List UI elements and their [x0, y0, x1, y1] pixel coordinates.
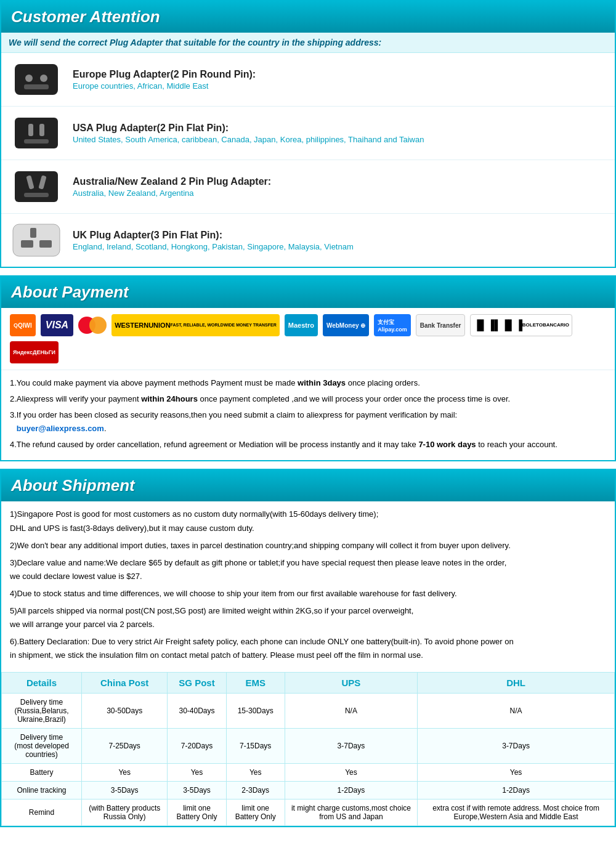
- table-header-details: Details: [2, 673, 82, 694]
- plug-name-australia: Australia/New Zealand 2 Pin Plug Adapter…: [73, 176, 271, 187]
- svg-rect-4: [15, 118, 58, 148]
- svg-rect-13: [30, 228, 36, 238]
- shipment-section: About Shipment 1)Singapore Post is good …: [0, 469, 616, 827]
- svg-rect-8: [15, 171, 58, 202]
- table-cell-r0-c0: Delivery time (Russia,Belarus, Ukraine,B…: [2, 694, 82, 729]
- shipment-title: About Shipment: [11, 476, 135, 495]
- table-cell-r3-c0: Online tracking: [2, 782, 82, 799]
- shipment-note-2: 2)We don't bear any additional import du…: [10, 539, 606, 552]
- plug-icon-australia: [9, 165, 64, 208]
- plug-item-australia: Australia/New Zealand 2 Pin Plug Adapter…: [1, 160, 615, 214]
- qiwi-logo: Q QIWI: [10, 314, 36, 336]
- plug-item-uk: UK Plug Adapter(3 Pin Flat Pin): England…: [1, 214, 615, 267]
- plug-name-usa: USA Plug Adapter(2 Pin Flat Pin):: [73, 123, 424, 134]
- shipment-header: About Shipment: [1, 470, 615, 501]
- customer-attention-title: Customer Attention: [11, 7, 160, 26]
- table-cell-r2-c5: Yes: [418, 764, 615, 782]
- plug-list: Europe Plug Adapter(2 Pin Round Pin): Eu…: [1, 53, 615, 267]
- plug-countries-australia: Australia, New Zealand, Argentina: [73, 188, 271, 198]
- table-header-ems: EMS: [226, 673, 285, 694]
- plug-icon-usa: [9, 111, 64, 155]
- table-row: Delivery time (Russia,Belarus, Ukraine,B…: [2, 694, 615, 729]
- plug-item-europe: Europe Plug Adapter(2 Pin Round Pin): Eu…: [1, 53, 615, 107]
- table-cell-r4-c0: Remind: [2, 799, 82, 826]
- table-header-dhl: DHL: [418, 673, 615, 694]
- table-row: Remind(with Battery products Russia Only…: [2, 799, 615, 826]
- shipment-note-3: 3)Declare value and name:We declare $65 …: [10, 556, 606, 583]
- plug-icon-europe: [9, 58, 64, 101]
- bank-transfer-logo: Bank Transfer: [416, 314, 466, 336]
- plug-notice: We will send the correct Plug Adapter th…: [1, 33, 615, 53]
- customer-attention-header: Customer Attention: [1, 1, 615, 33]
- shipping-table: DetailsChina PostSG PostEMSUPSDHLDeliver…: [1, 672, 615, 826]
- table-cell-r3-c1: 3-5Days: [82, 782, 168, 799]
- table-cell-r1-c3: 7-15Days: [226, 729, 285, 764]
- svg-rect-12: [13, 224, 60, 256]
- table-header-sg-post: SG Post: [168, 673, 226, 694]
- table-cell-r2-c3: Yes: [226, 764, 285, 782]
- table-cell-r2-c4: Yes: [285, 764, 417, 782]
- plug-item-usa: USA Plug Adapter(2 Pin Flat Pin): United…: [1, 107, 615, 160]
- shipment-notes: 1)Singapore Post is good for most custom…: [1, 501, 615, 672]
- shipment-note-1: 1)Singapore Post is good for most custom…: [10, 508, 606, 535]
- table-cell-r3-c3: 2-3Days: [226, 782, 285, 799]
- payment-section: About Payment Q QIWI VISA WESTERN UNION …: [0, 275, 616, 461]
- table-cell-r3-c4: 1-2Days: [285, 782, 417, 799]
- plug-info-usa: USA Plug Adapter(2 Pin Flat Pin): United…: [73, 123, 424, 144]
- shipment-note-4: 4)Due to stock status and time differenc…: [10, 587, 606, 601]
- table-cell-r1-c0: Delivery time (most developed countries): [2, 729, 82, 764]
- customer-attention-section: Customer Attention We will send the corr…: [0, 0, 616, 268]
- svg-rect-7: [24, 139, 49, 144]
- plug-name-europe: Europe Plug Adapter(2 Pin Round Pin):: [73, 69, 256, 80]
- table-row: Delivery time (most developed countries)…: [2, 729, 615, 764]
- table-cell-r2-c1: Yes: [82, 764, 168, 782]
- payment-header: About Payment: [1, 277, 615, 308]
- table-cell-r0-c3: 15-30Days: [226, 694, 285, 729]
- payment-notes: 1.You could make payment via above payme…: [1, 370, 615, 460]
- table-cell-r3-c5: 1-2Days: [418, 782, 615, 799]
- table-header-ups: UPS: [285, 673, 417, 694]
- plug-name-uk: UK Plug Adapter(3 Pin Flat Pin):: [73, 230, 354, 241]
- svg-rect-0: [15, 64, 58, 95]
- shipment-note-6: 6).Battery Declaration: Due to very stri…: [10, 635, 606, 662]
- table-cell-r0-c2: 30-40Days: [168, 694, 226, 729]
- table-cell-r0-c1: 30-50Days: [82, 694, 168, 729]
- plug-countries-uk: England, Ireland, Scotland, Hongkong, Pa…: [73, 242, 354, 251]
- table-cell-r1-c4: 3-7Days: [285, 729, 417, 764]
- table-cell-r4-c3: limit one Battery Only: [226, 799, 285, 826]
- table-cell-r0-c5: N/A: [418, 694, 615, 729]
- table-cell-r1-c2: 7-20Days: [168, 729, 226, 764]
- table-cell-r4-c5: extra cost if with remote address. Most …: [418, 799, 615, 826]
- table-cell-r3-c2: 3-5Days: [168, 782, 226, 799]
- visa-logo: VISA: [41, 314, 73, 336]
- svg-rect-11: [24, 193, 49, 197]
- svg-rect-6: [39, 124, 44, 136]
- boleto-logo: ▐▌▐▌▐▌▐ BOLETO BANCARIO: [470, 314, 572, 336]
- svg-rect-15: [39, 240, 52, 248]
- mastercard-logo: [78, 317, 107, 334]
- payment-note-3: 3.If you order has been closed as securi…: [10, 408, 606, 435]
- payment-title: About Payment: [11, 283, 129, 301]
- svg-point-2: [40, 75, 47, 82]
- alipay-logo: 支付宝Alipay.com: [374, 314, 410, 336]
- table-cell-r2-c2: Yes: [168, 764, 226, 782]
- table-cell-r4-c4: it might charge customs,most choice from…: [285, 799, 417, 826]
- plug-countries-usa: United States, South America, caribbean,…: [73, 135, 424, 144]
- table-row: BatteryYesYesYesYesYes: [2, 764, 615, 782]
- payment-note-1: 1.You could make payment via above payme…: [10, 376, 606, 390]
- payment-logos: Q QIWI VISA WESTERN UNION FAST, RELIABLE…: [1, 308, 615, 370]
- table-cell-r1-c5: 3-7Days: [418, 729, 615, 764]
- table-header-china-post: China Post: [82, 673, 168, 694]
- table-cell-r2-c0: Battery: [2, 764, 82, 782]
- maestro-logo: Maestro: [285, 314, 318, 336]
- plug-info-europe: Europe Plug Adapter(2 Pin Round Pin): Eu…: [73, 69, 256, 91]
- table-cell-r1-c1: 7-25Days: [82, 729, 168, 764]
- webmoney-logo: WebMoney ⊕: [323, 314, 369, 336]
- yandex-logo: Яндекс ДЕНЬГИ: [10, 341, 59, 363]
- svg-rect-5: [28, 124, 33, 136]
- table-cell-r4-c1: (with Battery products Russia Only): [82, 799, 168, 826]
- svg-point-1: [25, 75, 33, 82]
- plug-icon-uk: [9, 219, 64, 262]
- table-cell-r4-c2: limit one Battery Only: [168, 799, 226, 826]
- svg-rect-3: [24, 84, 49, 89]
